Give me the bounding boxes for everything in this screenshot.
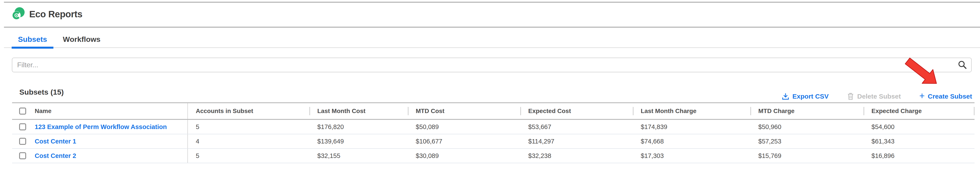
subsets-count-heading: Subsets (15) <box>19 88 64 96</box>
column-header-name[interactable]: Name <box>35 107 51 115</box>
cell-accounts: 5 <box>188 149 309 163</box>
cell-expected-cost: $32,238 <box>520 149 633 163</box>
row-checkbox[interactable] <box>19 138 26 145</box>
cell-last-month-charge: $174,839 <box>633 120 750 134</box>
tab-subsets[interactable]: Subsets <box>12 35 53 44</box>
cell-expected-charge: $54,600 <box>864 120 975 134</box>
subset-name-link[interactable]: Cost Center 1 <box>35 138 76 145</box>
table-row: 123 Example of Perm Workflow Association… <box>12 120 975 134</box>
tab-bar: Subsets Workflows <box>0 28 980 49</box>
cell-last-month-cost: $176,820 <box>309 120 408 134</box>
cell-last-month-charge: $74,668 <box>633 134 750 148</box>
subsets-table: Name Accounts in Subset Last Month Cost … <box>12 102 975 163</box>
download-icon <box>782 93 789 100</box>
panel-top-border <box>4 2 980 3</box>
export-csv-button[interactable]: Export CSV <box>782 93 829 100</box>
filter-bar <box>12 58 972 72</box>
cell-expected-charge: $61,343 <box>864 134 975 148</box>
select-all-checkbox[interactable] <box>19 107 26 115</box>
active-tab-underline <box>12 47 53 49</box>
filter-input[interactable] <box>12 58 972 72</box>
cell-mtd-charge: $50,960 <box>750 120 864 134</box>
table-header-row: Name Accounts in Subset Last Month Cost … <box>12 102 975 120</box>
cell-mtd-cost: $50,089 <box>408 120 520 134</box>
cell-last-month-cost: $32,155 <box>309 149 408 163</box>
column-header-accounts[interactable]: Accounts in Subset <box>188 103 309 119</box>
cell-mtd-cost: $30,089 <box>408 149 520 163</box>
table-actions: Export CSV Delete Subset + Create Subset <box>782 91 972 102</box>
trash-icon <box>847 93 854 100</box>
table-row: Cost Center 1 4 $139,649 $106,677 $114,2… <box>12 134 975 149</box>
delete-subset-button[interactable]: Delete Subset <box>847 93 900 100</box>
column-header-last-month-cost[interactable]: Last Month Cost <box>309 103 408 119</box>
cell-mtd-charge: $57,253 <box>750 134 864 148</box>
tab-workflows[interactable]: Workflows <box>63 35 100 44</box>
cell-expected-cost: $114,297 <box>520 134 633 148</box>
delete-subset-label: Delete Subset <box>857 93 900 100</box>
subset-name-link[interactable]: 123 Example of Perm Workflow Association <box>35 123 167 131</box>
column-header-expected-charge[interactable]: Expected Charge <box>864 103 975 119</box>
table-row: Cost Center 2 5 $32,155 $30,089 $32,238 … <box>12 149 975 163</box>
cell-accounts: 5 <box>188 120 309 134</box>
export-csv-label: Export CSV <box>792 93 829 100</box>
create-subset-button[interactable]: + Create Subset <box>920 93 972 100</box>
cell-last-month-cost: $139,649 <box>309 134 408 148</box>
cell-expected-cost: $53,667 <box>520 120 633 134</box>
row-checkbox[interactable] <box>19 152 26 159</box>
cell-accounts: 4 <box>188 134 309 148</box>
eco-logo-icon <box>11 7 25 21</box>
cell-expected-charge: $16,896 <box>864 149 975 163</box>
cell-mtd-cost: $106,677 <box>408 134 520 148</box>
column-header-last-month-charge[interactable]: Last Month Charge <box>633 103 750 119</box>
column-header-expected-cost[interactable]: Expected Cost <box>520 103 633 119</box>
plus-icon: + <box>920 93 925 99</box>
column-header-mtd-charge[interactable]: MTD Charge <box>750 103 864 119</box>
create-subset-label: Create Subset <box>928 93 972 100</box>
page-title: Eco Reports <box>29 9 83 19</box>
subset-name-link[interactable]: Cost Center 2 <box>35 152 76 159</box>
row-checkbox[interactable] <box>19 123 26 131</box>
cell-last-month-charge: $17,303 <box>633 149 750 163</box>
search-icon <box>958 60 967 69</box>
cell-mtd-charge: $15,769 <box>750 149 864 163</box>
tab-bar-baseline <box>4 47 980 48</box>
column-header-mtd-cost[interactable]: MTD Cost <box>408 103 520 119</box>
